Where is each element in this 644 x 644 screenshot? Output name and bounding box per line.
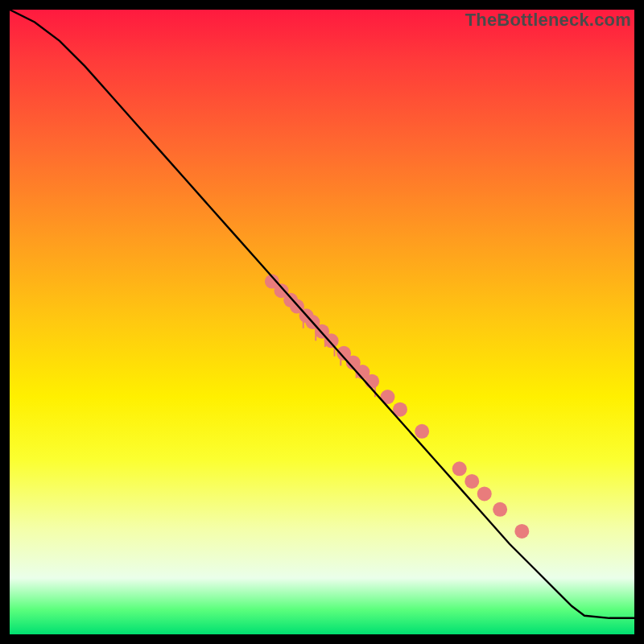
data-point (464, 474, 479, 489)
data-point (365, 374, 379, 389)
data-point (415, 424, 429, 439)
data-point (452, 461, 467, 476)
chart-frame: TheBottleneck.com (0, 0, 644, 644)
data-point (514, 524, 529, 539)
chart-overlay (10, 10, 634, 634)
data-point (477, 486, 492, 501)
data-point (493, 502, 507, 517)
data-point (324, 333, 339, 348)
plot-area: TheBottleneck.com (10, 10, 634, 634)
curve-line (10, 10, 634, 618)
